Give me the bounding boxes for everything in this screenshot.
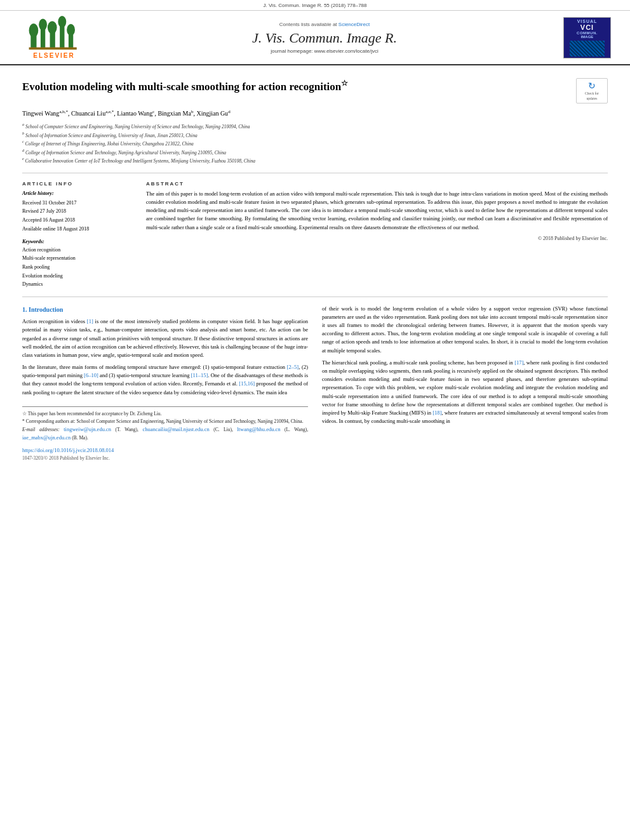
- visual-logo-box: VISUAL VCI COMMUN. IMAGE: [563, 17, 611, 58]
- check-for-updates-badge: ↻ Check forupdates: [576, 78, 608, 103]
- header-divider: [22, 173, 608, 173]
- abstract-col: ABSTRACT The aim of this paper is to mod…: [146, 181, 608, 289]
- article-info-col: ARTICLE INFO Article history: Received 3…: [22, 181, 133, 289]
- journal-homepage: journal homepage: www.elsevier.com/locat…: [95, 48, 554, 54]
- elsevier-tree-icon: [25, 16, 83, 51]
- body-divider: [22, 297, 608, 297]
- accepted-date: Accepted 16 August 2018: [22, 217, 133, 225]
- keyword-4: Evolution modeling: [22, 272, 133, 281]
- journal-citation: J. Vis. Commun. Image R. 55 (2018) 778–7…: [263, 3, 366, 8]
- abstract-text: The aim of this paper is to model long-t…: [146, 190, 608, 232]
- article-info-abstract-section: ARTICLE INFO Article history: Received 3…: [22, 181, 608, 289]
- intro-para-2: In the literature, three main forms of m…: [22, 363, 308, 397]
- body-left-col: 1. Introduction Action recognition in vi…: [22, 305, 308, 462]
- svg-rect-2: [41, 27, 45, 48]
- intro-para-3: of their work is to model the long-term …: [322, 305, 608, 355]
- footnote-email: E-mail addresses: tingweiw@ujn.edu.cn (T…: [22, 425, 308, 443]
- svg-rect-10: [29, 48, 77, 50]
- journal-topbar: J. Vis. Commun. Image R. 55 (2018) 778–7…: [0, 0, 630, 11]
- keywords-block: Keywords: Action recognition Multi-scale…: [22, 239, 133, 289]
- visual-logo-pattern: [570, 41, 605, 57]
- article-history-label: Article history:: [22, 190, 133, 198]
- svg-point-3: [39, 19, 47, 30]
- visual-logo-area: VISUAL VCI COMMUN. IMAGE: [554, 17, 611, 58]
- article-title: Evolution modeling with multi-scale smoo…: [22, 78, 570, 95]
- journal-header: ELSEVIER Contents lists available at Sci…: [0, 11, 630, 65]
- keyword-2: Multi-scale representation: [22, 254, 133, 263]
- visual-line1: VISUAL: [577, 19, 598, 23]
- footnote-corresponding: * Corresponding authors at: School of Co…: [22, 418, 308, 425]
- svg-point-5: [48, 21, 57, 34]
- title-star: ☆: [341, 79, 348, 88]
- doi-copyright: 1047-3203/© 2018 Published by Elsevier I…: [22, 455, 308, 462]
- affiliations: a School of Computer Science and Enginee…: [22, 122, 608, 165]
- visual-vci: VCI: [580, 23, 594, 31]
- page-container: J. Vis. Commun. Image R. 55 (2018) 778–7…: [0, 0, 630, 475]
- svg-point-1: [29, 23, 39, 37]
- abstract-copyright: © 2018 Published by Elsevier Inc.: [146, 236, 608, 241]
- keywords-label: Keywords:: [22, 239, 133, 244]
- intro-para-1: Action recognition in videos [1] is one …: [22, 317, 308, 359]
- received-date: Received 31 October 2017: [22, 199, 133, 208]
- intro-section-title: 1. Introduction: [22, 305, 308, 315]
- footnotes: ☆ This paper has been recommended for ac…: [22, 406, 308, 443]
- elsevier-label: ELSEVIER: [33, 52, 74, 59]
- main-content: Evolution modeling with multi-scale smoo…: [0, 65, 630, 475]
- svg-rect-6: [60, 25, 64, 48]
- abstract-header: ABSTRACT: [146, 181, 608, 187]
- authors-line: Tingwei Wanga,b,*, Chuancai Liua,e,*, Li…: [22, 109, 608, 118]
- elsevier-logo-area: ELSEVIER: [13, 16, 95, 59]
- svg-point-7: [58, 16, 66, 27]
- article-title-section: Evolution modeling with multi-scale smoo…: [22, 78, 608, 103]
- keyword-3: Rank pooling: [22, 263, 133, 272]
- visual-line3: IMAGE: [581, 35, 594, 39]
- footnote-star: ☆ This paper has been recommended for ac…: [22, 410, 308, 418]
- revised-date: Revised 27 July 2018: [22, 208, 133, 216]
- journal-title-center: Contents lists available at ScienceDirec…: [95, 22, 554, 54]
- doi-url: https://doi.org/10.1016/j.jvcir.2018.08.…: [22, 446, 308, 455]
- body-right-col: of their work is to model the long-term …: [322, 305, 608, 462]
- journal-name: J. Vis. Commun. Image R.: [95, 30, 554, 46]
- article-history-block: Article history: Received 31 October 201…: [22, 190, 133, 234]
- keyword-1: Action recognition: [22, 246, 133, 255]
- svg-point-9: [67, 24, 75, 36]
- available-date: Available online 18 August 2018: [22, 225, 133, 234]
- keyword-5: Dynamics: [22, 280, 133, 289]
- intro-para-4: The hierarchical rank pooling, a multi-s…: [322, 359, 608, 425]
- body-section: 1. Introduction Action recognition in vi…: [22, 305, 608, 462]
- contents-text: Contents lists available at ScienceDirec…: [95, 22, 554, 27]
- article-info-header: ARTICLE INFO: [22, 181, 133, 187]
